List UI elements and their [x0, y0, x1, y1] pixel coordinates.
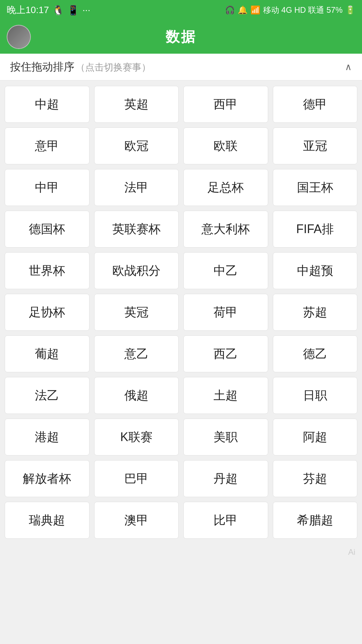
- league-item-35[interactable]: 美职: [183, 419, 268, 455]
- league-label: 中甲: [35, 179, 59, 196]
- league-label: FIFA排: [296, 221, 334, 237]
- league-label: 中超: [35, 96, 59, 113]
- league-item-40[interactable]: 芬超: [273, 460, 358, 497]
- league-label: 中乙: [214, 263, 238, 279]
- league-item-10[interactable]: 法甲: [94, 169, 179, 206]
- league-item-22[interactable]: 英冠: [94, 294, 179, 331]
- more-icon: ···: [82, 5, 90, 15]
- league-item-19[interactable]: 中乙: [183, 252, 268, 289]
- league-item-15[interactable]: 意大利杯: [183, 211, 268, 248]
- league-item-14[interactable]: 英联赛杯: [94, 211, 179, 248]
- sort-bar: 按住拖动排序 （点击切换赛事） ∧: [0, 54, 362, 80]
- league-item-21[interactable]: 足协杯: [5, 294, 89, 331]
- network-status: 移动 4G HD 联通 57%: [263, 5, 343, 15]
- league-item-31[interactable]: 土超: [183, 377, 268, 414]
- league-label: 巴甲: [124, 471, 148, 487]
- league-label: 欧战积分: [112, 263, 161, 279]
- league-label: 足协杯: [29, 304, 65, 321]
- league-item-5[interactable]: 意甲: [5, 127, 89, 164]
- league-item-26[interactable]: 意乙: [94, 335, 179, 372]
- app-icon: 📱: [67, 5, 79, 16]
- league-label: 阿超: [303, 429, 327, 445]
- watermark: Ai: [0, 544, 362, 560]
- league-item-36[interactable]: 阿超: [273, 419, 358, 455]
- league-item-24[interactable]: 苏超: [273, 294, 358, 331]
- league-label: 希腊超: [297, 512, 333, 529]
- collapse-icon[interactable]: ∧: [345, 61, 352, 72]
- app-header: 数据: [0, 20, 362, 54]
- avatar-image: [7, 25, 30, 48]
- league-item-25[interactable]: 葡超: [5, 335, 89, 372]
- league-label: 意乙: [124, 346, 148, 362]
- league-item-3[interactable]: 西甲: [183, 86, 268, 123]
- league-label: 德国杯: [29, 221, 65, 237]
- league-item-27[interactable]: 西乙: [183, 335, 268, 372]
- league-item-18[interactable]: 欧战积分: [94, 252, 179, 289]
- league-label: 俄超: [124, 387, 148, 404]
- grid-container: 中超英超西甲德甲意甲欧冠欧联亚冠中甲法甲足总杯国王杯德国杯英联赛杯意大利杯FIF…: [0, 80, 362, 544]
- league-item-17[interactable]: 世界杯: [5, 252, 89, 289]
- wifi-icon: 📶: [250, 5, 260, 15]
- league-label: 瑞典超: [29, 512, 65, 529]
- status-bar: 晚上10:17 🐧 📱 ··· 🎧 🔔 📶 移动 4G HD 联通 57% 🔋: [0, 0, 362, 20]
- league-item-6[interactable]: 欧冠: [94, 127, 179, 164]
- league-label: 美职: [214, 429, 238, 445]
- league-item-20[interactable]: 中超预: [273, 252, 358, 289]
- league-label: 意甲: [35, 138, 59, 154]
- league-item-7[interactable]: 欧联: [183, 127, 268, 164]
- status-left: 晚上10:17 🐧 📱 ···: [7, 4, 90, 16]
- league-item-30[interactable]: 俄超: [94, 377, 179, 414]
- league-label: 德甲: [303, 96, 327, 113]
- league-label: 德乙: [303, 346, 327, 362]
- league-label: 法乙: [35, 387, 59, 404]
- league-item-38[interactable]: 巴甲: [94, 460, 179, 497]
- league-item-16[interactable]: FIFA排: [273, 211, 358, 248]
- league-item-9[interactable]: 中甲: [5, 169, 89, 206]
- league-item-37[interactable]: 解放者杯: [5, 460, 89, 497]
- league-item-4[interactable]: 德甲: [273, 86, 358, 123]
- page-title: 数据: [166, 28, 196, 46]
- sort-main-text: 按住拖动排序: [10, 61, 74, 73]
- league-item-42[interactable]: 澳甲: [94, 502, 179, 539]
- league-item-33[interactable]: 港超: [5, 419, 89, 455]
- league-item-23[interactable]: 荷甲: [183, 294, 268, 331]
- league-label: 英超: [124, 96, 148, 113]
- league-item-41[interactable]: 瑞典超: [5, 502, 89, 539]
- league-item-28[interactable]: 德乙: [273, 335, 358, 372]
- league-item-32[interactable]: 日职: [273, 377, 358, 414]
- status-time: 晚上10:17: [7, 4, 49, 16]
- league-label: 意大利杯: [201, 221, 250, 237]
- league-item-2[interactable]: 英超: [94, 86, 179, 123]
- league-label: 英联赛杯: [112, 221, 161, 237]
- league-item-34[interactable]: K联赛: [94, 419, 179, 455]
- watermark-text: Ai: [348, 547, 355, 556]
- league-label: 世界杯: [29, 263, 65, 279]
- alarm-icon: 🔔: [238, 5, 248, 15]
- sort-hint-text: （点击切换赛事）: [76, 62, 151, 72]
- league-item-8[interactable]: 亚冠: [273, 127, 358, 164]
- league-item-43[interactable]: 比甲: [183, 502, 268, 539]
- league-label: 芬超: [303, 471, 327, 487]
- league-item-1[interactable]: 中超: [5, 86, 89, 123]
- penguin-icon: 🐧: [52, 5, 64, 16]
- battery-icon: 🔋: [345, 5, 355, 15]
- league-label: 欧联: [214, 138, 238, 154]
- league-label: 英冠: [124, 304, 148, 321]
- league-label: 港超: [35, 429, 59, 445]
- league-label: 足总杯: [207, 179, 244, 196]
- avatar[interactable]: [7, 25, 31, 49]
- league-label: 比甲: [214, 512, 238, 529]
- league-label: 解放者杯: [23, 471, 71, 487]
- league-label: 葡超: [35, 346, 59, 362]
- headphone-icon: 🎧: [225, 5, 235, 15]
- league-item-44[interactable]: 希腊超: [273, 502, 358, 539]
- sort-instruction: 按住拖动排序 （点击切换赛事）: [10, 60, 151, 74]
- league-item-29[interactable]: 法乙: [5, 377, 89, 414]
- league-item-39[interactable]: 丹超: [183, 460, 268, 497]
- league-item-12[interactable]: 国王杯: [273, 169, 358, 206]
- league-item-13[interactable]: 德国杯: [5, 211, 89, 248]
- league-item-11[interactable]: 足总杯: [183, 169, 268, 206]
- league-label: 国王杯: [297, 179, 333, 196]
- league-label: 西甲: [214, 96, 238, 113]
- league-label: 西乙: [214, 346, 238, 362]
